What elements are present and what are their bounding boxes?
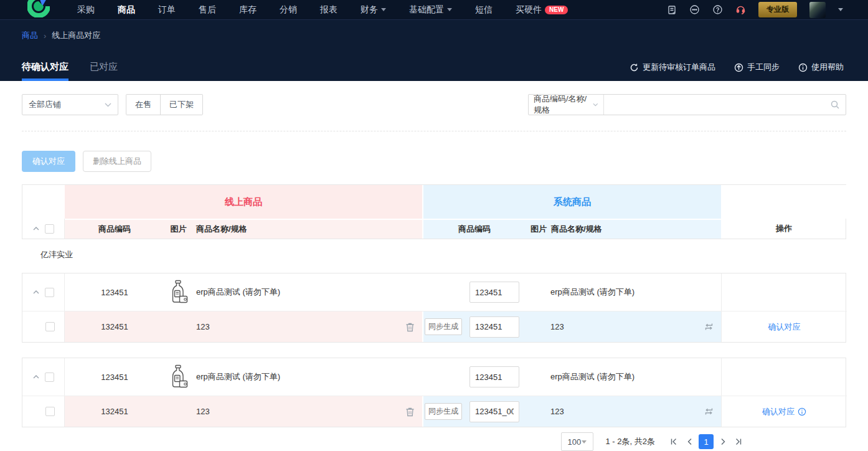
last-page-button[interactable] <box>732 434 745 449</box>
online-code: 123451 <box>65 358 164 396</box>
tab-bar: 待确认对应 已对应 <box>22 61 118 81</box>
swap-arrows-icon[interactable] <box>704 321 714 332</box>
nav-item-orders[interactable]: 订单 <box>158 4 176 16</box>
chevron-down-icon <box>582 440 587 444</box>
online-code: 132451 <box>65 396 164 427</box>
sync-generate-button[interactable]: 同步生成 <box>425 403 462 420</box>
swap-arrows-icon[interactable] <box>704 406 714 417</box>
prev-page-button[interactable] <box>683 434 696 449</box>
system-code-input[interactable] <box>469 366 519 387</box>
nav-item-purchase[interactable]: 采购 <box>77 4 95 16</box>
row-select-cell <box>22 311 65 342</box>
chevron-down-icon <box>105 103 111 107</box>
table-column-header-row: 商品编码 图片 商品名称/规格 商品编码 图片 商品名称/规格 操作 <box>22 219 847 239</box>
online-code-col-header: 商品编码 <box>65 219 164 239</box>
system-code-col-header: 商品编码 <box>422 219 526 239</box>
table-sub-row: 132451 123 同步生成 123 确认对应 <box>22 396 847 427</box>
nav-item-aftersale[interactable]: 售后 <box>199 4 216 16</box>
collapse-row-icon[interactable] <box>33 290 39 294</box>
search-input[interactable] <box>604 95 824 115</box>
page-size-select[interactable]: 100 <box>561 432 593 451</box>
shop-select[interactable]: 全部店铺 <box>22 94 118 115</box>
nav-item-settings[interactable]: 基础配置 <box>409 4 452 16</box>
nav-item-distribution[interactable]: 分销 <box>280 4 297 16</box>
account-chevron-down-icon[interactable] <box>838 8 843 11</box>
table-group-header-row: 线上商品 系统商品 <box>22 185 847 219</box>
system-code-cell <box>463 273 526 311</box>
system-imgname-col-header: 图片 商品名称/规格 <box>526 219 696 239</box>
trash-icon[interactable] <box>405 322 415 332</box>
search-icon[interactable] <box>824 100 846 110</box>
nav-item-sms[interactable]: 短信 <box>475 4 493 16</box>
tab-matched[interactable]: 已对应 <box>90 61 118 81</box>
online-name: 123 <box>192 396 397 427</box>
chevron-down-icon <box>381 8 386 11</box>
question-icon[interactable] <box>712 4 723 15</box>
pro-version-button[interactable]: 专业版 <box>758 2 797 17</box>
bill-icon[interactable] <box>666 4 677 15</box>
sale-status-group: 在售 已下架 <box>126 94 203 115</box>
system-name: erp商品测试 (请勿下单) <box>526 273 696 311</box>
nav-item-goods[interactable]: 商品 <box>118 4 135 16</box>
update-pending-orders-link[interactable]: 更新待审核订单商品 <box>630 62 715 73</box>
bulk-action-row: 确认对应 删除线上商品 <box>22 151 846 172</box>
nav-item-inventory[interactable]: 库存 <box>239 4 257 16</box>
sync-cell <box>422 358 463 396</box>
row-checkbox[interactable] <box>45 373 54 382</box>
delete-online-goods-button[interactable]: 删除线上商品 <box>83 151 151 172</box>
help-link[interactable]: 使用帮助 <box>798 62 844 73</box>
confirm-match-link[interactable]: 确认对应 <box>768 321 801 333</box>
first-page-button[interactable] <box>668 434 680 449</box>
nav-item-hardware[interactable]: 买硬件NEW <box>516 4 568 16</box>
online-code: 123451 <box>65 273 164 311</box>
filter-left: 全部店铺 在售 已下架 <box>22 94 203 115</box>
collapse-all-icon[interactable] <box>33 227 39 230</box>
tab-pending-match[interactable]: 待确认对应 <box>22 61 68 81</box>
nav-item-finance[interactable]: 财务 <box>361 4 386 16</box>
refresh-icon <box>630 63 639 72</box>
pagination-summary: 1 - 2条, 共2条 <box>606 436 655 447</box>
system-code-input[interactable] <box>469 316 519 338</box>
row-checkbox[interactable] <box>45 322 55 331</box>
system-name: 123 <box>526 311 696 342</box>
nav-item-reports[interactable]: 报表 <box>320 4 337 16</box>
shop-group-label: 亿沣实业 <box>22 248 846 262</box>
confirm-match-button[interactable]: 确认对应 <box>22 151 75 172</box>
swap-cell <box>696 396 721 427</box>
row-checkbox[interactable] <box>45 407 55 416</box>
confirm-match-link[interactable]: 确认对应 <box>762 406 795 417</box>
sync-generate-button[interactable]: 同步生成 <box>425 318 462 335</box>
system-name-col-header: 商品名称/规格 <box>551 224 602 235</box>
system-code-input[interactable] <box>469 282 519 303</box>
system-code-cell <box>463 396 526 427</box>
delete-row-cell <box>397 311 422 342</box>
system-goods-header: 系统商品 <box>422 185 721 219</box>
select-all-checkbox[interactable] <box>45 224 54 234</box>
online-name-col-header: 商品名称/规格 <box>192 219 397 239</box>
avatar[interactable] <box>809 2 826 18</box>
off-shelf-button[interactable]: 已下架 <box>160 95 202 115</box>
action-cell <box>721 273 847 311</box>
online-code: 132451 <box>65 311 164 342</box>
system-code-input[interactable] <box>469 401 519 422</box>
info-icon[interactable] <box>798 407 806 416</box>
breadcrumb-goods-link[interactable]: 商品 <box>22 30 38 41</box>
breadcrumb: 商品 › 线上商品对应 <box>22 30 100 41</box>
next-page-button[interactable] <box>717 434 729 449</box>
support-headset-icon[interactable] <box>735 4 746 15</box>
nav-right-cluster: 专业版 <box>666 2 843 18</box>
action-col-header: 操作 <box>721 219 847 239</box>
table-sub-row: 132451 123 同步生成 123 确认对应 <box>22 311 847 342</box>
table-row: 123451 erp商品测试 (请勿下单) erp商品测试 (请勿下单) <box>22 358 847 396</box>
action-cell: 确认对应 <box>721 311 847 342</box>
system-image-col-header: 图片 <box>531 224 547 235</box>
current-page-button[interactable]: 1 <box>699 434 714 449</box>
collapse-row-icon[interactable] <box>33 375 39 379</box>
on-sale-button[interactable]: 在售 <box>126 95 160 115</box>
row-checkbox[interactable] <box>45 288 54 297</box>
message-icon[interactable] <box>689 4 700 15</box>
search-type-select[interactable]: 商品编码/名称/规格 <box>529 95 604 115</box>
trash-icon[interactable] <box>405 407 415 417</box>
header-action-spacer <box>721 185 847 219</box>
manual-sync-link[interactable]: 手工同步 <box>734 62 780 73</box>
